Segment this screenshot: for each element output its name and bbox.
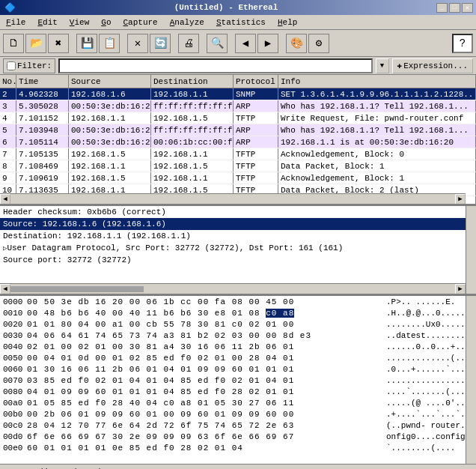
list-item[interactable]: Header checksum: 0xb6b6 (correct) (0, 206, 476, 218)
packet-rows: 2 4.962328 192.168.1.6 192.168.1.1 SNMP … (0, 88, 476, 206)
detail-pane: Header checksum: 0xb6b6 (correct)Source:… (0, 206, 476, 296)
col-header-dst: Destination (151, 75, 234, 88)
detail-vscroll[interactable] (466, 206, 476, 294)
hex-vscroll[interactable] (466, 296, 476, 464)
hex-pane: 0000 00 50 3e db 16 20 00 06 1b cc 00 fa… (0, 296, 476, 464)
table-row[interactable]: 8 7.108469 192.168.1.1 192.168.1.5 TFTP … (0, 160, 476, 172)
menu-item-file[interactable]: File (3, 17, 28, 28)
open-button[interactable]: 📂 (25, 34, 46, 53)
packet-list-header: No. Time Source Destination Protocol Inf… (0, 75, 476, 88)
list-item[interactable]: Source: 192.168.1.6 (192.168.1.6) (0, 218, 476, 230)
stop-button[interactable]: ✕ (127, 34, 148, 53)
table-row[interactable]: 2 4.962328 192.168.1.6 192.168.1.1 SNMP … (0, 88, 476, 100)
forward-button[interactable]: ▶ (257, 34, 278, 53)
filter-dropdown[interactable]: ▼ (376, 58, 389, 73)
titlebar: 🔷 (Untitled) - Ethereal _ □ ✕ (0, 0, 476, 15)
list-item[interactable]: User Datagram Protocol, Src Port: 32772 … (0, 242, 476, 254)
close-cap-button[interactable]: ✖ (48, 34, 69, 53)
print-button[interactable]: 🖨 (178, 34, 199, 53)
list-item: 0020 01 01 80 04 00 a1 00 cb 55 78 30 81… (0, 318, 476, 330)
col-header-no: No. (0, 75, 16, 88)
list-item: 0080 04 01 09 09 60 01 01 01 04 85 ed f0… (0, 386, 476, 397)
col-header-time: Time (16, 75, 69, 88)
list-item: 0000 00 50 3e db 16 20 00 06 1b cc 00 fa… (0, 296, 476, 307)
filterbar: Filter: ▼ ✚ Expression... (0, 57, 476, 75)
find-button[interactable]: 🔍 (207, 34, 228, 53)
detail-hscroll[interactable]: ◀ ▶ (0, 283, 466, 294)
table-row[interactable]: 3 5.305028 00:50:3e:db:16:20 ff:ff:ff:ff… (0, 100, 476, 112)
plus-icon: ✚ (397, 61, 403, 70)
list-item: 0040 02 01 00 02 01 00 30 81 a4 30 16 06… (0, 341, 476, 352)
list-item[interactable]: Destination: 192.168.1.1 (192.168.1.1) (0, 230, 476, 242)
statusbar: Source (ip.src), 4 bytes P: 14 D: 14 M: … (0, 464, 476, 469)
list-item[interactable]: Source port: 32772 (32772) (0, 254, 476, 266)
hex-rows: 0000 00 50 3e db 16 20 00 06 1b cc 00 fa… (0, 296, 476, 453)
filter-checkbox[interactable] (7, 61, 16, 70)
col-header-info: Info (278, 75, 476, 88)
list-item: 00e0 60 01 01 01 01 0e 85 ed f0 28 02 01… (0, 442, 476, 453)
menu-item-capture[interactable]: Capture (120, 17, 160, 28)
list-item: 0030 04 06 64 61 74 65 73 74 a3 81 b2 02… (0, 330, 476, 341)
prefs-button[interactable]: ⚙ (308, 34, 329, 53)
window-title: (Untitled) - Ethereal (16, 3, 436, 12)
back-button[interactable]: ◀ (235, 34, 256, 53)
save-button[interactable]: 💾 (76, 34, 97, 53)
col-header-src: Source (69, 75, 151, 88)
table-row[interactable]: 7 7.105135 192.168.1.5 192.168.1.1 TFTP … (0, 148, 476, 160)
close-button[interactable]: ✕ (462, 3, 473, 13)
filter-label: Filter: (3, 58, 55, 73)
restart-button[interactable]: 🔄 (150, 34, 171, 53)
list-item: 00d0 6f 6e 66 69 67 30 2e 09 09 09 63 6f… (0, 431, 476, 442)
new-button[interactable]: 🗋 (3, 34, 24, 53)
color-button[interactable]: 🎨 (286, 34, 307, 53)
menu-item-help[interactable]: Help (275, 17, 300, 28)
menubar: FileEditViewGoCaptureAnalyzeStatisticsHe… (0, 15, 476, 30)
list-item: 00c0 28 04 12 70 77 6e 64 2d 72 6f 75 74… (0, 420, 476, 431)
list-item: 00b0 00 2b 06 01 09 09 60 01 00 09 60 01… (0, 408, 476, 420)
expression-button[interactable]: ✚ Expression... (392, 58, 473, 73)
help-button[interactable]: ? (452, 34, 473, 53)
list-item: 0050 00 04 01 0d 00 01 02 85 ed f0 02 01… (0, 352, 476, 363)
detail-rows: Header checksum: 0xb6b6 (correct)Source:… (0, 206, 476, 266)
save-as-button[interactable]: 📋 (99, 34, 120, 53)
packet-hscroll[interactable]: ◀ ▶ (0, 193, 466, 204)
list-item: 00a0 01 05 85 ed f0 28 40 04 c0 a8 01 05… (0, 397, 476, 408)
menu-item-view[interactable]: View (67, 17, 92, 28)
filter-input[interactable] (58, 58, 372, 73)
packet-list: No. Time Source Destination Protocol Inf… (0, 75, 476, 206)
table-row[interactable]: 5 7.103948 00:50:3e:db:16:20 ff:ff:ff:ff… (0, 124, 476, 136)
list-item: 0010 00 48 b6 b6 40 00 40 11 b6 b6 30 e8… (0, 307, 476, 318)
table-row[interactable]: 4 7.101152 192.168.1.1 192.168.1.5 TFTP … (0, 112, 476, 124)
maximize-button[interactable]: □ (449, 3, 460, 13)
table-row[interactable]: 9 7.109619 192.168.1.5 192.168.1.1 TFTP … (0, 172, 476, 184)
list-item: 0060 01 30 16 06 11 2b 06 01 04 01 09 09… (0, 363, 476, 375)
toolbar: 🗋 📂 ✖ 💾 📋 ✕ 🔄 🖨 🔍 ◀ ▶ 🎨 ⚙ ? (0, 30, 476, 57)
col-header-proto: Protocol (234, 75, 278, 88)
minimize-button[interactable]: _ (436, 3, 448, 13)
menu-item-statistics[interactable]: Statistics (213, 17, 269, 28)
list-item: 0070 03 85 ed f0 02 01 04 01 04 85 ed f0… (0, 375, 476, 386)
menu-item-edit[interactable]: Edit (34, 17, 60, 28)
table-row[interactable]: 6 7.105114 00:50:3e:db:16:20 00:06:1b:cc… (0, 136, 476, 148)
menu-item-go[interactable]: Go (98, 17, 114, 28)
menu-item-analyze[interactable]: Analyze (167, 17, 207, 28)
